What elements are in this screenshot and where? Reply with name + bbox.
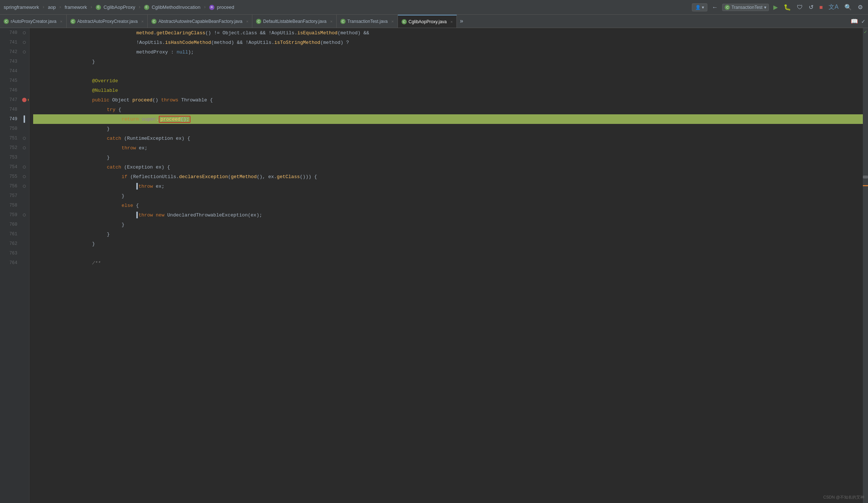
line-num-764: 764 [0,258,20,268]
translate-button[interactable]: 文A [827,3,840,12]
tab-more-button[interactable]: » [457,18,466,25]
tab-abstractautowire[interactable]: C AbstractAutowireCapableBeanFactory.jav… [148,15,252,28]
gutter-row-760: 760 [0,220,29,229]
gutter-mark-742[interactable] [20,47,28,57]
tab-defaultlistable[interactable]: C DefaultListableBeanFactory.java × [252,15,336,28]
gutter-mark-752[interactable] [20,143,28,153]
breadcrumb-cglibaopproxy[interactable]: CglibAopProxy [104,4,135,10]
gutter-mark-761[interactable] [20,229,28,239]
check-mark-icon: ✓ [863,28,868,35]
code-line-759: throw new UndeclaredThrowableException(e… [33,210,863,220]
scroll-thumb[interactable] [863,176,868,178]
breadcrumb-framework[interactable]: framework [64,4,87,10]
run-config[interactable]: C TransactionTest ▾ [722,4,769,11]
line-num-745: 745 [0,76,20,86]
tab-icon-transactiontest: C [340,19,346,24]
gutter-mark-759[interactable] [20,210,28,220]
breadcrumb-sep-5: › [203,4,206,10]
gutter-mark-755[interactable] [20,172,28,181]
profile-button[interactable]: 👤 ▾ [692,3,707,11]
gutter-mark-758[interactable] [20,201,28,210]
gutter-mark-751[interactable] [20,133,28,143]
gutter-mark-744[interactable] [20,66,28,76]
gutter-mark-750[interactable] [20,124,28,133]
gutter-mark-754[interactable] [20,162,28,172]
rerun-button[interactable]: ↺ [807,3,815,11]
gutter-mark-756[interactable] [20,181,28,191]
tab-close-defaultlistable[interactable]: × [330,19,332,24]
gutter-row-751: 751 [0,133,29,143]
breadcrumb-springframework[interactable]: springframework [4,4,39,10]
tab-label-defaultlistable: DefaultListableBeanFactory.java [263,19,326,24]
nav-right-buttons: 👤 ▾ ← C TransactionTest ▾ ▶ 🐛 🛡 ↺ ■ 文A 🔍… [692,3,864,12]
gutter-row-750: 750 [0,124,29,133]
scroll-track[interactable] [863,35,868,503]
line-num-747: 747 [0,95,20,105]
gutter-row-759: 759 [0,210,29,220]
gutter-mark-763[interactable] [20,249,28,258]
code-line-747: public Object proceed() throws Throwable… [33,95,863,105]
breadcrumb-proceed[interactable]: proceed [217,4,234,10]
breadcrumb-cglibiminvocation[interactable]: CglibMethodInvocation [152,4,200,10]
tab-close-abstractautoproxy[interactable]: × [141,19,144,24]
tab-close-transactiontest[interactable]: × [391,19,393,24]
gutter-mark-745[interactable] [20,76,28,86]
stop-button[interactable]: ■ [818,3,825,11]
line-num-755: 755 [0,172,20,181]
gutter-mark-741[interactable] [20,38,28,47]
tab-icon-abstractautoproxy: C [70,19,76,24]
gutter-mark-740[interactable] [20,28,28,38]
tab-label-abstractautowire: AbstractAutowireCapableBeanFactory.java [158,19,242,24]
gutter-mark-760[interactable] [20,220,28,229]
code-line-755: if (ReflectionUtils.declaresException(ge… [33,172,863,181]
code-line-752: throw ex; [33,143,863,153]
line-num-750: 750 [0,124,20,133]
gutter-mark-748[interactable] [20,105,28,114]
code-line-756: throw ex; [33,181,863,191]
debug-button[interactable]: 🐛 [782,3,792,11]
editor-area: 740 741 742 743 744 745 746 747 [0,28,868,503]
gutter-mark-764[interactable] [20,258,28,268]
breadcrumb-aop[interactable]: aop [48,4,56,10]
tab-close-abstractautowire[interactable]: × [246,19,248,24]
tab-icon-defaultlistable: C [256,19,261,24]
tab-rautoproxycreator[interactable]: C rAutoProxyCreator.java × [0,15,67,28]
tab-close-rautoproxy[interactable]: × [60,19,62,24]
back-icon[interactable]: ← [710,3,719,11]
line-num-742: 742 [0,47,20,57]
gutter-row-755: 755 [0,172,29,181]
gutter-mark-753[interactable] [20,153,28,162]
gutter-row-745: 745 [0,76,29,86]
gutter-mark-747[interactable]: ⬆ [20,95,28,105]
search-button[interactable]: 🔍 [843,3,853,11]
code-line-749: return super.proceed(); [33,114,863,124]
tab-cglibaopproxy[interactable]: C CglibAopProxy.java × [398,15,457,28]
tab-abstractautoproxy[interactable]: C AbstractAutoProxyCreator.java × [67,15,148,28]
line-num-748: 748 [0,105,20,114]
gutter-mark-757[interactable] [20,191,28,201]
gutter-mark-746[interactable] [20,86,28,95]
gutter-row-763: 763 [0,249,29,258]
code-line-754: catch (Exception ex) { [33,162,863,172]
run-config-icon: C [725,5,730,10]
line-num-744: 744 [0,66,20,76]
right-scrollbar[interactable]: ✓ [863,28,868,503]
gutter-row-764: 764 [0,258,29,268]
gutter-row-752: 752 [0,143,29,153]
settings-button[interactable]: ⚙ [856,3,864,11]
code-line-760: } [33,220,863,229]
gutter-mark-749[interactable] [20,114,28,124]
gutter-mark-743[interactable] [20,57,28,66]
gutter-mark-762[interactable] [20,239,28,249]
breadcrumb-sep-4: › [138,4,141,10]
code-line-746: @Nullable [33,86,863,95]
run-button[interactable]: ▶ [772,3,779,11]
tab-label-abstractautoproxy: AbstractAutoProxyCreator.java [77,19,138,24]
code-editor[interactable]: method.getDeclaringClass() != Object.cla… [29,28,863,503]
coverage-button[interactable]: 🛡 [795,3,804,11]
code-line-742: methodProxy : null); [33,47,863,57]
tab-close-cglibaopproxy[interactable]: × [451,20,453,24]
tab-transactiontest[interactable]: C TransactionTest.java × [337,15,398,28]
gutter-row-762: 762 [0,239,29,249]
code-line-753: } [33,153,863,162]
